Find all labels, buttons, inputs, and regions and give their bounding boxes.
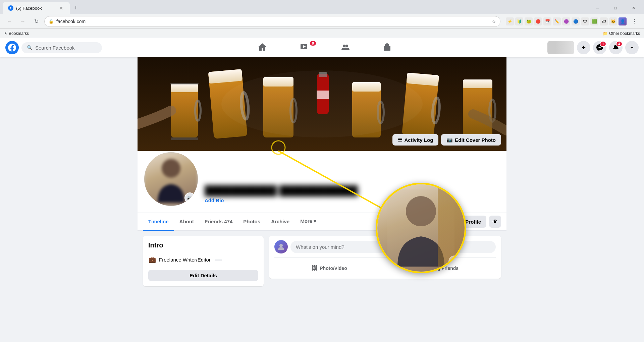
forward-btn[interactable]: →: [17, 16, 28, 27]
tab-friends[interactable]: Friends 474: [199, 213, 238, 231]
svg-rect-4: [384, 46, 390, 51]
ext-icon-2[interactable]: 🔰: [515, 17, 523, 25]
bookmarks-icon: ★: [4, 31, 7, 36]
nav-groups[interactable]: [325, 40, 366, 56]
edit-cover-photo-btn[interactable]: 📷 Edit Cover Photo: [441, 134, 501, 146]
activity-log-btn[interactable]: ☰ Activity Log: [392, 134, 438, 146]
photo-icon: 🖼: [312, 265, 318, 272]
cover-photo-container: ☰ Activity Log 📷 Edit Cover Photo: [138, 57, 506, 151]
lock-icon: 🔒: [49, 19, 54, 24]
notifications-btn[interactable]: 4: [609, 41, 623, 54]
left-column: Intro 💼 Freelance Writer/Editor ══ Edit …: [143, 236, 264, 286]
svg-point-3: [345, 45, 348, 47]
search-icon: 🔍: [27, 45, 33, 50]
ext-icon-3[interactable]: 🐸: [525, 17, 533, 25]
svg-rect-28: [463, 79, 492, 88]
ext-icon-7[interactable]: 🟣: [562, 17, 570, 25]
tab-favicon: f: [8, 5, 13, 11]
ext-icon-1[interactable]: ⚡: [506, 17, 514, 25]
ext-icon-8[interactable]: 🔵: [572, 17, 580, 25]
tab-close-btn[interactable]: ✕: [58, 5, 64, 11]
eye-icon: 👁: [492, 219, 498, 225]
tab-timeline[interactable]: Timeline: [143, 213, 174, 231]
title-bar: f (5) Facebook ✕ + ─ □ ✕: [0, 0, 644, 14]
tab-more[interactable]: More ▾: [295, 213, 322, 231]
profile-avatar: 📷: [143, 151, 199, 207]
address-bar[interactable]: 🔒 facebook.com ☆: [44, 16, 500, 27]
ext-icon-4[interactable]: 🔴: [534, 17, 542, 25]
create-btn[interactable]: +: [577, 41, 590, 54]
account-menu-btn[interactable]: [625, 41, 639, 54]
folder-icon: 📁: [603, 31, 608, 36]
extensions-area: ⚡ 🔰 🐸 🔴 📅 ✏️ 🟣 🔵 🛡 🟩 🏷 🐱 👤: [506, 17, 627, 25]
avatar-camera-btn[interactable]: 📷: [184, 192, 195, 203]
photo-label: Photo/Video: [320, 266, 347, 271]
tag-icon: 👥: [423, 265, 430, 272]
bookmarks-btn[interactable]: ★ Bookmarks: [4, 31, 29, 36]
minimize-btn[interactable]: ─: [590, 3, 605, 13]
ext-icon-10[interactable]: 🟩: [590, 17, 598, 25]
facebook-app: 🔍 Search Facebook 9 +: [0, 38, 644, 342]
ext-icon-11[interactable]: 🏷: [600, 17, 608, 25]
fb-header: 🔍 Search Facebook 9 +: [0, 38, 644, 57]
ext-icon-12[interactable]: 🐱: [609, 17, 617, 25]
profile-tab-actions: ✏️ Edit Profile 👁: [441, 216, 501, 228]
composer-avatar: [274, 240, 288, 253]
nav-marketplace[interactable]: [367, 40, 407, 56]
new-tab-btn[interactable]: +: [71, 3, 80, 13]
job-text-overflow: ══: [215, 257, 222, 263]
camera-icon: 📷: [446, 137, 453, 143]
briefcase-icon: 💼: [148, 256, 156, 263]
intro-title: Intro: [148, 241, 258, 249]
bookmark-star[interactable]: ☆: [492, 19, 496, 24]
photo-video-btn[interactable]: 🖼 Photo/Video: [274, 262, 384, 275]
add-bio-link[interactable]: Add Bio: [205, 197, 501, 203]
profile-info-bar: 📷 ███████████ ████████████ Add Bio: [138, 151, 506, 213]
tag-friends-btn[interactable]: 👥 Tag Friends: [386, 262, 496, 275]
tab-photos[interactable]: Photos: [238, 213, 266, 231]
view-as-btn[interactable]: 👁: [489, 216, 501, 228]
other-bookmarks-btn[interactable]: 📁 Other bookmarks: [603, 31, 640, 36]
window-controls: ─ □ ✕: [590, 3, 641, 13]
ext-icon-5[interactable]: 📅: [543, 17, 551, 25]
nav-bar: ← → ↻ 🔒 facebook.com ☆ ⚡ 🔰 🐸 🔴 📅 ✏️ 🟣 🔵 …: [0, 14, 644, 29]
plus-icon: +: [582, 44, 586, 52]
nav-watch[interactable]: 9: [284, 40, 324, 56]
fb-logo: [5, 41, 19, 54]
pencil-icon: ✏️: [446, 219, 452, 225]
svg-point-32: [279, 244, 283, 247]
watch-badge: 9: [310, 41, 316, 46]
svg-point-2: [343, 45, 345, 47]
active-tab[interactable]: f (5) Facebook ✕: [3, 2, 70, 14]
ext-icon-6[interactable]: ✏️: [553, 17, 561, 25]
extensions-menu-btn[interactable]: ⋮: [629, 16, 640, 27]
profile-name-area: ███████████ ████████████ Add Bio: [205, 185, 501, 207]
notifications-badge: 4: [616, 41, 623, 47]
nav-extra-area[interactable]: [547, 41, 574, 54]
edit-details-btn[interactable]: Edit Details: [148, 270, 258, 281]
ext-icon-9[interactable]: 🛡: [581, 17, 589, 25]
profile-main: ☰ Activity Log 📷 Edit Cover Photo: [138, 57, 506, 231]
profile-content: Intro 💼 Freelance Writer/Editor ══ Edit …: [138, 236, 506, 286]
profile-ext-avatar[interactable]: 👤: [619, 17, 627, 25]
intro-job-text: Freelance Writer/Editor: [159, 257, 211, 263]
browser-chrome: f (5) Facebook ✕ + ─ □ ✕ ← → ↻ 🔒 faceboo…: [0, 0, 644, 38]
back-btn[interactable]: ←: [4, 16, 15, 27]
tab-archive[interactable]: Archive: [266, 213, 295, 231]
tag-label: Tag Friends: [432, 266, 459, 271]
fb-header-right: + 1 4: [547, 41, 639, 54]
edit-profile-btn[interactable]: ✏️ Edit Profile: [441, 216, 486, 228]
composer-top: What's on your mind?: [274, 240, 496, 253]
composer-input[interactable]: What's on your mind?: [290, 241, 496, 253]
bookmarks-bar: ★ Bookmarks 📁 Other bookmarks: [0, 29, 644, 38]
messenger-btn[interactable]: 1: [593, 41, 606, 54]
svg-rect-11: [171, 137, 198, 140]
reload-btn[interactable]: ↻: [31, 16, 42, 27]
close-btn[interactable]: ✕: [626, 3, 641, 13]
post-composer: What's on your mind? 🖼 Photo/Video 👥 Tag…: [269, 236, 501, 279]
fb-search-bar[interactable]: 🔍 Search Facebook: [21, 42, 102, 53]
maximize-btn[interactable]: □: [608, 3, 623, 13]
tab-title: (5) Facebook: [16, 6, 56, 11]
tab-about[interactable]: About: [174, 213, 199, 231]
nav-home[interactable]: [242, 40, 282, 56]
